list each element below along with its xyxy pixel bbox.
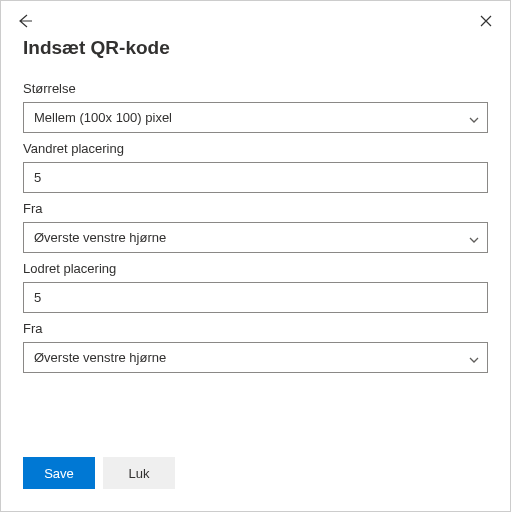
close-button[interactable]: Luk (103, 457, 175, 489)
page-title: Indsæt QR-kode (1, 31, 510, 73)
close-icon[interactable] (476, 11, 496, 31)
size-select[interactable]: Mellem (100x 100) pixel (23, 102, 488, 133)
vfrom-label: Fra (23, 321, 488, 336)
vfrom-select[interactable]: Øverste venstre hjørne (23, 342, 488, 373)
hpos-input[interactable] (23, 162, 488, 193)
hpos-label: Vandret placering (23, 141, 488, 156)
save-button[interactable]: Save (23, 457, 95, 489)
size-label: Størrelse (23, 81, 488, 96)
vpos-label: Lodret placering (23, 261, 488, 276)
vpos-input[interactable] (23, 282, 488, 313)
back-icon[interactable] (15, 11, 35, 31)
hfrom-select[interactable]: Øverste venstre hjørne (23, 222, 488, 253)
hfrom-label: Fra (23, 201, 488, 216)
